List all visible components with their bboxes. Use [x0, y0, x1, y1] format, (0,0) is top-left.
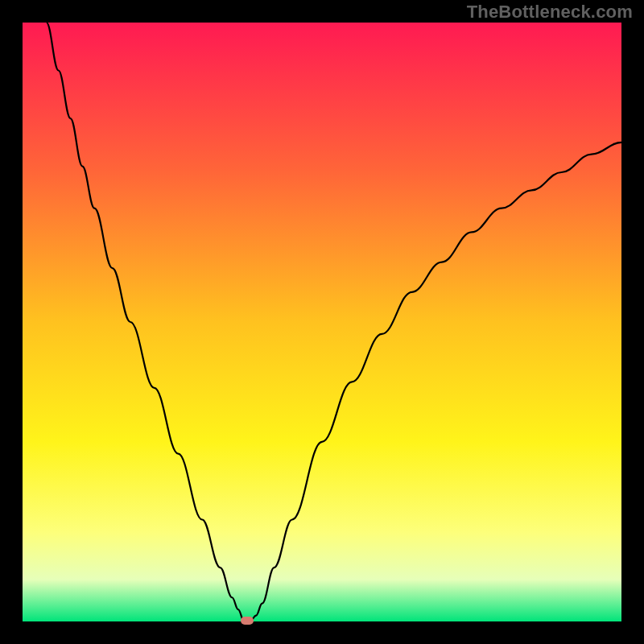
watermark-text: TheBottleneck.com [467, 2, 633, 23]
chart-frame: TheBottleneck.com [0, 0, 644, 644]
bottleneck-chart [0, 0, 644, 644]
plot-background [23, 23, 621, 621]
optimum-marker [241, 617, 254, 625]
